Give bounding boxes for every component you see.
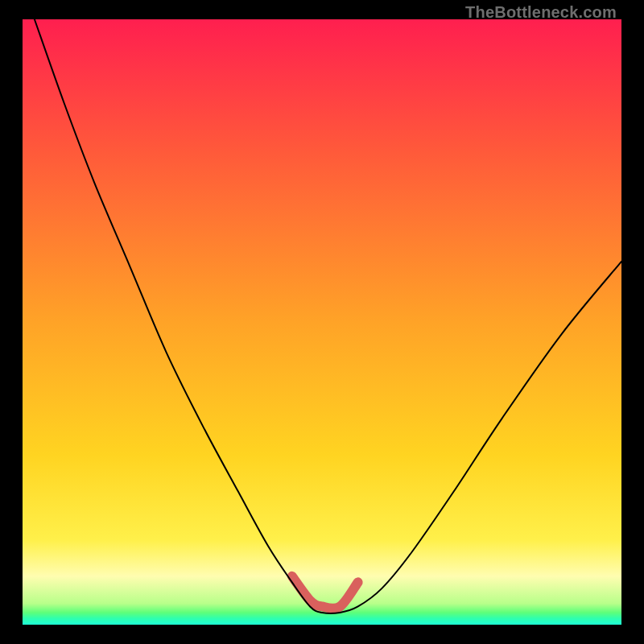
- optimal-range-highlight: [292, 576, 358, 609]
- bottleneck-curve: [35, 19, 621, 613]
- chart-frame: TheBottleneck.com: [0, 0, 644, 644]
- curve-layer: [23, 19, 621, 625]
